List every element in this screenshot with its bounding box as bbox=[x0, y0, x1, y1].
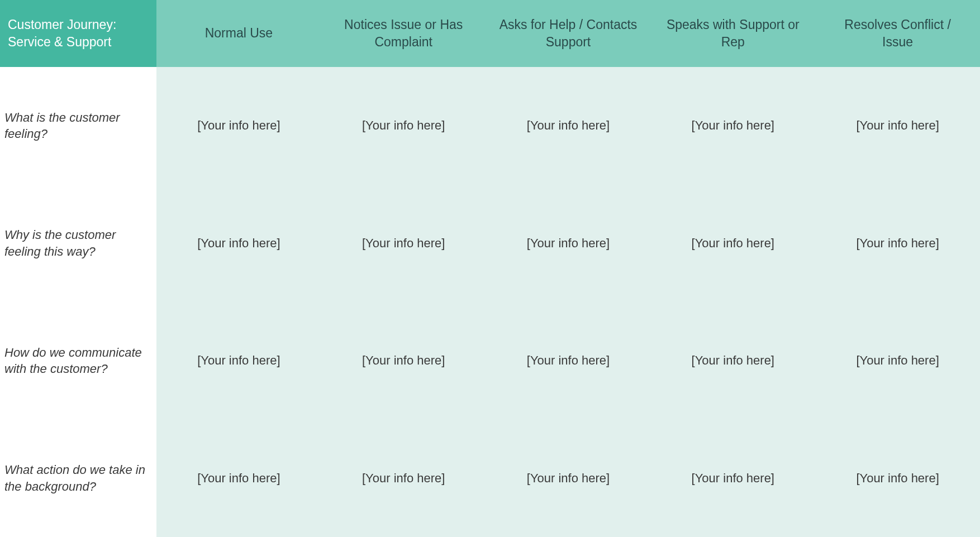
column-header-normal-use: Normal Use bbox=[156, 0, 321, 67]
table-cell[interactable]: [Your info here] bbox=[650, 67, 815, 185]
row-header-background-action: What action do we take in the background… bbox=[0, 420, 156, 538]
column-header-asks-for-help: Asks for Help / Contacts Support bbox=[486, 0, 651, 67]
table-cell[interactable]: [Your info here] bbox=[321, 302, 486, 420]
table-cell[interactable]: [Your info here] bbox=[815, 302, 980, 420]
row-header-communicate: How do we communicate with the customer? bbox=[0, 302, 156, 420]
table-cell[interactable]: [Your info here] bbox=[321, 185, 486, 303]
table-cell[interactable]: [Your info here] bbox=[156, 185, 321, 303]
table-cell[interactable]: [Your info here] bbox=[650, 420, 815, 538]
column-header-resolves-conflict: Resolves Conflict / Issue bbox=[815, 0, 980, 67]
row-header-why-feeling: Why is the customer feeling this way? bbox=[0, 185, 156, 303]
table-cell[interactable]: [Your info here] bbox=[321, 420, 486, 538]
table-cell[interactable]: [Your info here] bbox=[156, 302, 321, 420]
customer-journey-table: Customer Journey: Service & Support Norm… bbox=[0, 0, 980, 537]
table-cell[interactable]: [Your info here] bbox=[156, 420, 321, 538]
table-cell[interactable]: [Your info here] bbox=[650, 185, 815, 303]
row-header-feeling: What is the customer feeling? bbox=[0, 67, 156, 185]
table-cell[interactable]: [Your info here] bbox=[815, 185, 980, 303]
table-cell[interactable]: [Your info here] bbox=[650, 302, 815, 420]
table-cell[interactable]: [Your info here] bbox=[321, 67, 486, 185]
table-cell[interactable]: [Your info here] bbox=[486, 185, 651, 303]
column-header-notices-issue: Notices Issue or Has Complaint bbox=[321, 0, 486, 67]
table-cell[interactable]: [Your info here] bbox=[815, 420, 980, 538]
table-cell[interactable]: [Your info here] bbox=[486, 302, 651, 420]
table-cell[interactable]: [Your info here] bbox=[815, 67, 980, 185]
table-cell[interactable]: [Your info here] bbox=[156, 67, 321, 185]
table-cell[interactable]: [Your info here] bbox=[486, 420, 651, 538]
column-header-speaks-with-support: Speaks with Support or Rep bbox=[650, 0, 815, 67]
table-title: Customer Journey: Service & Support bbox=[0, 0, 156, 67]
table-cell[interactable]: [Your info here] bbox=[486, 67, 651, 185]
